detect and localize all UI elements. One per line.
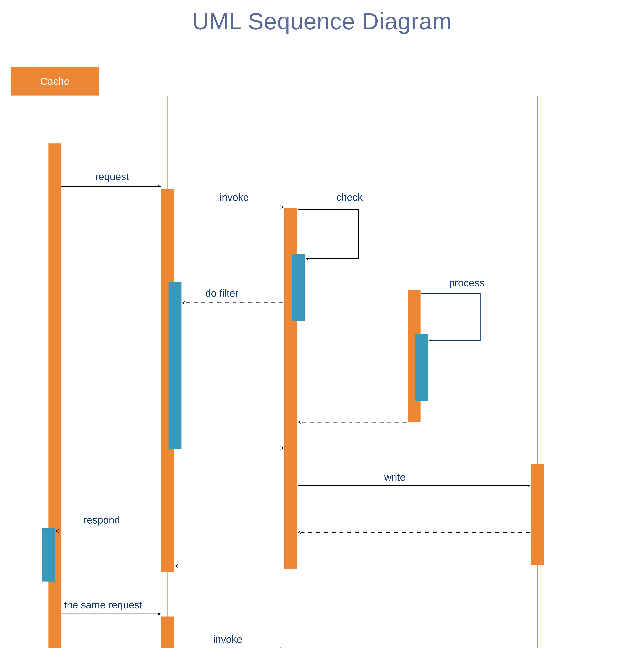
label-samerequest: the same request (64, 599, 142, 611)
label-check1: check (336, 192, 363, 203)
label-request: request (95, 171, 129, 182)
label-invoke1: invoke (220, 192, 249, 203)
label-process: process (449, 277, 484, 289)
activation-filterchain-nested (168, 282, 181, 449)
label-respond: respond (84, 514, 120, 526)
activation-client-respond (42, 528, 55, 582)
label-invoke2: invoke (213, 633, 242, 645)
activation-target-nested (415, 334, 428, 401)
lifeline-cache (537, 96, 538, 648)
participant-cache: Cache (11, 67, 99, 96)
diagram-title: UML Sequence Diagram (5, 8, 639, 35)
activation-filter-nested1 (292, 254, 305, 321)
label-write: write (384, 471, 406, 483)
sequence-diagram: Client FilterChain Filter Target Cache r… (11, 67, 633, 648)
activation-filterchain-2a (161, 616, 174, 648)
label-dofilter: do filter (205, 287, 238, 299)
activation-cache-1 (531, 464, 544, 565)
